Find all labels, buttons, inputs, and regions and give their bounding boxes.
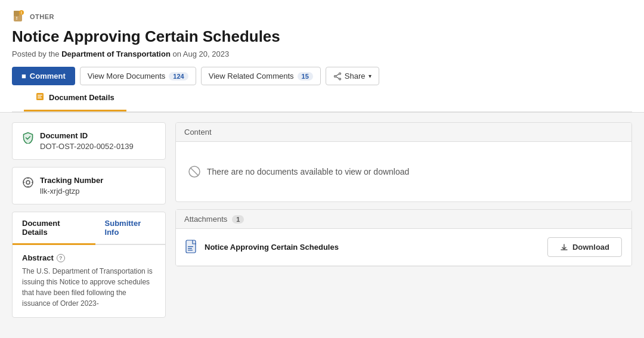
document-type-icon: ! ! [12,10,26,24]
sub-tabs-header: Document Details Submitter Info [13,212,165,245]
svg-rect-13 [38,98,42,98]
content-label: Content [184,128,212,137]
attachments-box: Attachments 1 Notice Approving Cer [175,209,632,266]
svg-point-5 [339,73,340,75]
svg-point-15 [26,181,30,184]
tab-document-details[interactable]: Document Details [24,85,126,111]
tracking-number-label: Tracking Number [40,176,103,185]
tabs-section: Document Details [12,85,632,112]
svg-rect-11 [38,95,42,95]
view-related-comments-button[interactable]: View Related Comments 15 [201,67,321,85]
page-title: Notice Approving Certain Schedules [12,27,632,46]
attachment-left: Notice Approving Certain Schedules [185,240,339,255]
abstract-title: Abstract ? [22,253,156,262]
attachment-name: Notice Approving Certain Schedules [205,243,339,252]
svg-rect-24 [188,248,192,249]
share-icon [333,72,342,80]
comment-icon: ■ [21,72,26,80]
view-more-documents-button[interactable]: View More Documents 124 [80,67,196,85]
right-panel: Content There are no documents available… [175,122,632,318]
svg-point-14 [23,178,33,187]
view-related-comments-label: View Related Comments [209,72,294,80]
document-id-card: Document ID DOT-OST-2020-0052-0139 [12,122,166,160]
svg-text:!: ! [16,15,18,21]
svg-line-21 [191,168,198,175]
tracking-icon [22,176,34,188]
comment-label: Comment [30,72,66,80]
share-label: Share [345,72,366,80]
attachment-file-icon [185,240,199,255]
no-docs-text: There are no documents available to view… [207,167,409,176]
doc-type-label: OTHER [30,13,54,20]
sub-tabs-card: Document Details Submitter Info Abstract… [12,212,166,318]
view-more-documents-count: 124 [169,72,188,80]
download-label: Download [572,243,609,252]
sub-tab-content: Abstract ? The U.S. Department of Transp… [13,245,165,317]
attachments-header: Attachments 1 [176,210,631,229]
content-box-body: There are no documents available to view… [176,142,631,201]
main-content: Document ID DOT-OST-2020-0052-0139 [0,113,644,327]
share-chevron-icon: ▾ [369,73,371,79]
svg-point-6 [339,78,340,80]
doc-type-badge: ! ! OTHER [12,10,632,24]
content-box-header: Content [176,123,631,142]
view-related-comments-count: 15 [298,72,313,80]
document-id-info: Document ID DOT-OST-2020-0052-0139 [40,131,134,151]
document-id-value: DOT-OST-2020-0052-0139 [40,142,134,151]
tracking-number-card: Tracking Number llk-xrjd-gtzp [12,167,166,204]
download-button[interactable]: Download [547,237,622,257]
svg-line-8 [336,74,339,76]
tracking-number-info: Tracking Number llk-xrjd-gtzp [40,176,103,196]
document-id-label: Document ID [40,131,134,140]
left-panel: Document ID DOT-OST-2020-0052-0139 [12,122,166,318]
posted-by-suffix: on Aug 20, 2023 [171,49,229,58]
abstract-label: Abstract [22,253,54,262]
header-section: ! ! OTHER Notice Approving Certain Sched… [0,0,644,113]
sub-tab-document-details[interactable]: Document Details [13,212,95,245]
action-bar: ■ Comment View More Documents 124 View R… [12,67,632,85]
download-icon [560,243,568,252]
document-details-tab-label: Document Details [49,93,114,102]
abstract-text: The U.S. Department of Transportation is… [22,266,156,309]
shield-check-icon [22,132,34,144]
svg-rect-25 [188,250,193,250]
organization-name: Department of Transportation [61,49,171,58]
no-docs-icon [188,165,201,178]
share-button[interactable]: Share ▾ [326,67,379,85]
posted-by: Posted by the Department of Transportati… [12,49,632,58]
content-box: Content There are no documents available… [175,122,632,202]
comment-button[interactable]: ■ Comment [12,67,75,85]
svg-text:!: ! [21,11,22,15]
sub-tab-submitter-info[interactable]: Submitter Info [95,212,165,245]
tracking-number-row: Tracking Number llk-xrjd-gtzp [22,176,156,196]
svg-rect-23 [188,246,193,247]
page-wrapper: ! ! OTHER Notice Approving Certain Sched… [0,0,644,338]
abstract-help-icon[interactable]: ? [57,254,65,262]
tracking-number-value: llk-xrjd-gtzp [40,187,103,196]
posted-by-prefix: Posted by the [12,49,61,58]
attachments-count: 1 [232,215,244,224]
svg-rect-12 [38,97,41,97]
svg-point-7 [334,75,336,77]
view-more-documents-label: View More Documents [88,72,166,80]
attachment-item: Notice Approving Certain Schedules Downl… [176,229,631,266]
document-id-row: Document ID DOT-OST-2020-0052-0139 [22,131,156,151]
svg-line-9 [336,76,339,78]
document-details-tab-icon [36,92,44,103]
attachments-label: Attachments [184,215,227,224]
